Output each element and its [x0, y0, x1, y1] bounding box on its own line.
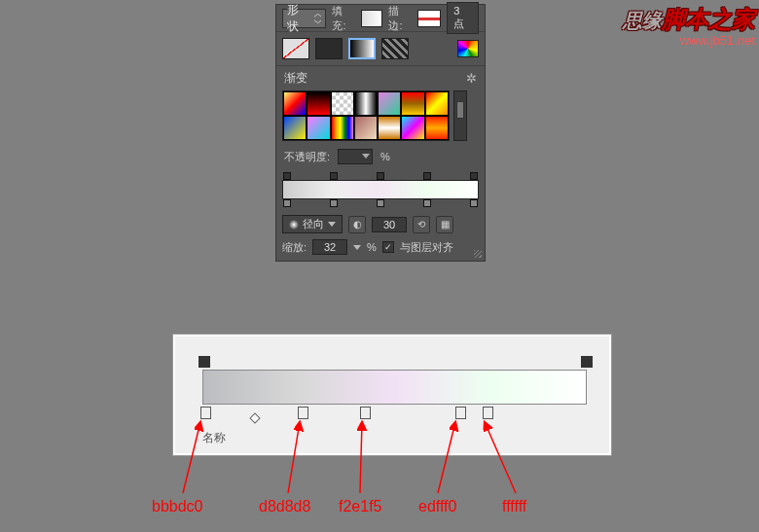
scale-pct: %: [367, 241, 377, 253]
preset-2[interactable]: [307, 91, 330, 116]
stroke-label: 描边:: [388, 4, 411, 33]
gradient-bar[interactable]: [282, 180, 479, 199]
preset-scrollbar[interactable]: [453, 90, 467, 141]
preset-3[interactable]: [331, 91, 354, 116]
preset-7[interactable]: [425, 91, 449, 116]
color-stop[interactable]: [283, 199, 291, 207]
stroke-swatch[interactable]: [417, 10, 441, 27]
fill-label: 填充:: [332, 4, 354, 33]
fill-pattern[interactable]: [381, 38, 409, 59]
watermark: 思缘脚本之家 www.jb51.net: [623, 4, 755, 48]
gradient-editor: [276, 168, 485, 211]
scale-row: 缩放: 32 % ✓ 与图层对齐: [276, 237, 485, 261]
dither-button[interactable]: ▦: [436, 216, 453, 233]
align-label: 与图层对齐: [400, 240, 453, 255]
fill-type-row: [276, 32, 485, 66]
midpoint-marker[interactable]: [249, 412, 260, 423]
angle-input[interactable]: 30: [372, 217, 407, 232]
opacity-stops-row: [282, 172, 479, 180]
watermark-title: 脚本之家: [662, 6, 755, 32]
preset-1[interactable]: [283, 91, 307, 116]
color-label-5: ffffff: [502, 498, 526, 515]
shape-mode-dropdown[interactable]: 形状: [282, 9, 326, 28]
preset-5[interactable]: [378, 91, 401, 116]
preset-12[interactable]: [378, 116, 401, 140]
preset-8[interactable]: [283, 116, 307, 140]
options-topbar: 形状 填充: 描边: 3 点: [276, 5, 485, 32]
preset-14[interactable]: [425, 116, 449, 140]
fill-none[interactable]: [282, 38, 309, 59]
preset-11[interactable]: [354, 116, 378, 140]
opacity-stop[interactable]: [330, 172, 338, 180]
color-stop[interactable]: [423, 199, 431, 207]
scale-label: 缩放:: [282, 240, 307, 255]
fill-gradient[interactable]: [348, 38, 376, 59]
color-label-3: f2e1f5: [339, 498, 381, 515]
opacity-stop[interactable]: [423, 172, 431, 180]
opacity-stop[interactable]: [470, 172, 478, 180]
gradient-presets: [276, 90, 485, 145]
gear-icon[interactable]: ✲: [466, 71, 477, 86]
color-label-2: d8d8d8: [259, 498, 310, 515]
color-stop[interactable]: [377, 199, 384, 207]
opacity-label: 不透明度:: [284, 150, 330, 164]
preset-9[interactable]: [307, 116, 330, 140]
chevron-down-icon: [353, 245, 361, 250]
watermark-url: www.jb51.net: [623, 33, 755, 48]
type-row: 径向 ◐ 30 ⟲ ▦: [276, 211, 485, 237]
fill-swatch[interactable]: [361, 10, 383, 27]
gradient-detail-editor: 名称: [173, 335, 611, 455]
opacity-stop-left[interactable]: [199, 356, 210, 368]
align-checkbox[interactable]: ✓: [382, 241, 394, 253]
scrollbar-thumb[interactable]: [456, 101, 464, 119]
color-stop[interactable]: [470, 199, 478, 207]
preset-grid: [282, 90, 450, 141]
opacity-stop[interactable]: [377, 172, 384, 180]
color-label-4: edfff0: [418, 498, 456, 515]
color-stop-3[interactable]: [360, 407, 371, 419]
reverse-button[interactable]: ⟲: [413, 216, 430, 233]
opacity-pct: %: [380, 151, 390, 162]
preset-13[interactable]: [401, 116, 424, 140]
shape-options-panel: 形状 填充: 描边: 3 点 渐变 ✲: [275, 4, 486, 262]
color-stops-row: [282, 199, 479, 207]
opacity-row: 不透明度: %: [276, 145, 485, 168]
preset-4[interactable]: [354, 91, 378, 116]
color-stop-5[interactable]: [483, 407, 493, 419]
color-stop-4[interactable]: [455, 407, 466, 419]
gradient-preview-bar[interactable]: [202, 370, 587, 405]
radial-icon: [289, 220, 299, 230]
angle-dial-icon[interactable]: ◐: [348, 216, 366, 233]
opacity-input[interactable]: [338, 149, 373, 164]
fill-solid[interactable]: [315, 38, 343, 59]
color-stop-1[interactable]: [200, 407, 211, 419]
opacity-stop[interactable]: [283, 172, 291, 180]
opacity-stop-right[interactable]: [581, 356, 593, 368]
gradient-type-dropdown[interactable]: 径向: [282, 215, 343, 233]
gradient-section-label: 名称: [202, 430, 226, 446]
color-label-1: bbbdc0: [152, 498, 203, 515]
color-stop[interactable]: [330, 199, 338, 207]
color-picker-icon[interactable]: [457, 40, 479, 57]
preset-6[interactable]: [401, 91, 424, 116]
preset-10[interactable]: [331, 116, 354, 140]
watermark-prefix: 思缘: [623, 10, 662, 31]
stroke-size[interactable]: 3 点: [447, 2, 479, 34]
color-stop-2[interactable]: [298, 407, 308, 419]
gradient-header: 渐变 ✲: [276, 66, 485, 90]
scale-input[interactable]: 32: [312, 239, 347, 255]
gradient-title: 渐变: [284, 70, 307, 87]
